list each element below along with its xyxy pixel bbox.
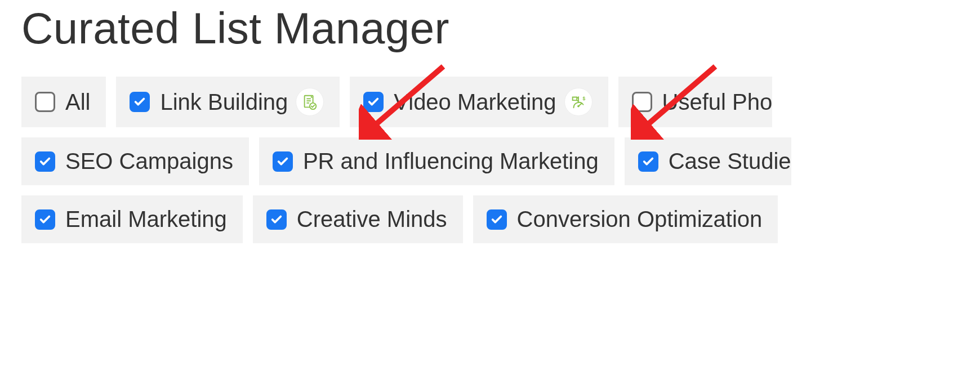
page-title: Curated List Manager	[21, 3, 980, 54]
checkbox-checked-icon	[638, 151, 658, 172]
doc-check-icon	[296, 88, 324, 116]
chip-useful-pho[interactable]: Useful Pho	[618, 77, 773, 127]
chip-row: All Link Building	[21, 77, 980, 127]
checkbox-pr-influencing[interactable]	[273, 151, 293, 172]
chip-link-building[interactable]: Link Building	[116, 77, 340, 127]
checkbox-email-marketing[interactable]	[35, 209, 55, 230]
chip-row: SEO Campaigns PR and Influencing Marketi…	[21, 137, 980, 185]
chip-email-marketing[interactable]: Email Marketing	[21, 195, 243, 243]
checkbox-checked-icon	[35, 209, 55, 230]
checkbox-checked-icon	[487, 209, 507, 230]
checkbox-useful-pho[interactable]	[632, 92, 652, 112]
checkbox-unchecked-icon	[35, 92, 55, 112]
checkbox-checked-icon	[363, 92, 384, 112]
chip-label: Video Marketing	[394, 90, 556, 115]
chip-label: Case Studie	[669, 149, 791, 174]
svg-line-6	[578, 104, 582, 106]
chip-conversion-opt[interactable]: Conversion Optimization	[473, 195, 778, 243]
svg-text:$: $	[582, 96, 585, 101]
chip-seo-campaigns[interactable]: SEO Campaigns	[21, 137, 249, 185]
chip-video-marketing[interactable]: Video Marketing $	[350, 77, 608, 127]
chip-label: Creative Minds	[297, 207, 447, 232]
checkbox-checked-icon	[266, 209, 287, 230]
gauge-icon: $	[564, 88, 593, 116]
checkbox-creative-minds[interactable]	[266, 209, 287, 230]
checkbox-unchecked-icon	[632, 92, 652, 112]
chip-row: Email Marketing Creative Minds Conversio…	[21, 195, 980, 243]
checkbox-checked-icon	[35, 151, 55, 172]
chip-label: PR and Influencing Marketing	[303, 149, 599, 174]
chip-case-studies[interactable]: Case Studie	[625, 137, 791, 185]
chip-label: Conversion Optimization	[517, 207, 763, 232]
checkbox-checked-icon	[273, 151, 293, 172]
chip-label: Link Building	[160, 90, 288, 115]
chip-all[interactable]: All	[21, 77, 106, 127]
checkbox-checked-icon	[130, 92, 150, 112]
chip-label: Useful Pho	[662, 90, 773, 115]
chip-label: SEO Campaigns	[65, 149, 233, 174]
checkbox-all[interactable]	[35, 92, 55, 112]
checkbox-case-studies[interactable]	[638, 151, 658, 172]
chip-pr-influencing[interactable]: PR and Influencing Marketing	[259, 137, 614, 185]
checkbox-link-building[interactable]	[130, 92, 150, 112]
checkbox-seo-campaigns[interactable]	[35, 151, 55, 172]
chip-label: All	[65, 90, 90, 115]
chip-creative-minds[interactable]: Creative Minds	[253, 195, 463, 243]
chip-label: Email Marketing	[65, 207, 227, 232]
category-filter-area: All Link Building	[0, 77, 980, 243]
checkbox-video-marketing[interactable]	[363, 92, 384, 112]
checkbox-conversion-opt[interactable]	[487, 209, 507, 230]
